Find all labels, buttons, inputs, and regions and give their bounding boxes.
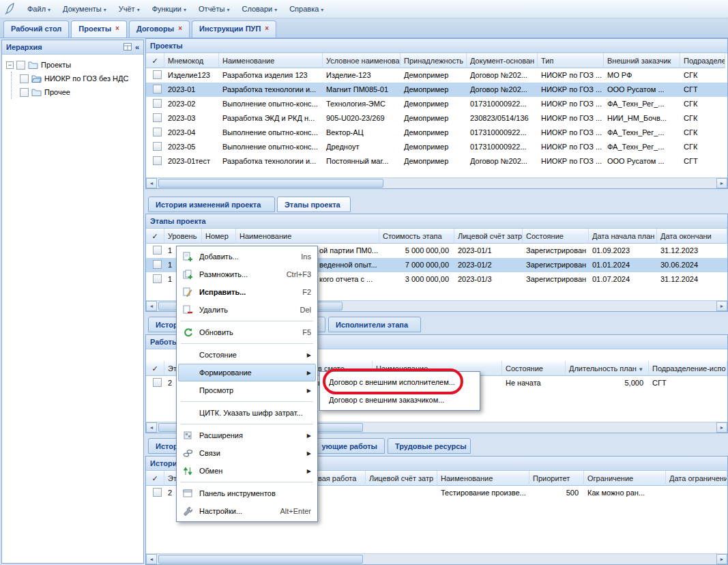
menu-item-edit[interactable]: Исправить... F2 — [178, 283, 316, 301]
grid-column-header[interactable]: Дата ограничени — [666, 471, 727, 486]
menu-file[interactable]: Файл▾ — [21, 2, 57, 16]
grid-cell[interactable]: Дредноут — [323, 140, 401, 154]
grid-cell[interactable]: 01.07.2024 — [589, 272, 657, 287]
scroll-right-icon[interactable]: ► — [716, 178, 727, 188]
menu-item-links[interactable]: Связи ▶ — [178, 444, 316, 462]
grid-column-header[interactable]: Состояние — [523, 229, 589, 244]
row-checkbox[interactable] — [153, 274, 162, 283]
menu-reports[interactable]: Отчёты▾ — [192, 2, 235, 16]
menu-item-state[interactable]: Состояние ▶ — [178, 346, 316, 364]
grid-column-header[interactable]: Уровень — [164, 229, 202, 244]
grid-cell[interactable]: 7 000 000,00 — [379, 258, 454, 272]
grid-cell[interactable]: МО РФ — [604, 68, 680, 83]
scroll-right-icon[interactable]: ► — [716, 301, 727, 311]
grid-cell[interactable] — [146, 111, 164, 126]
grid-cell[interactable]: Демопример — [401, 83, 467, 97]
scroll-right-icon[interactable]: ► — [716, 554, 727, 564]
submenu-item-contract-external-executor[interactable]: Договор с внешним исполнителем... — [321, 373, 478, 391]
grid-cell[interactable]: НИОКР по ГОЗ ... — [538, 97, 604, 111]
grid-cell[interactable] — [146, 486, 164, 500]
grid-cell[interactable]: ООО Русатом ... — [604, 83, 680, 97]
row-checkbox[interactable] — [153, 70, 162, 79]
grid-column-header[interactable]: Документ-основан — [467, 53, 538, 68]
grid-column-header[interactable]: Длительность план ▼ — [566, 361, 649, 376]
grid-cell[interactable]: Демопример — [401, 111, 467, 126]
grid-cell[interactable]: СГК — [680, 126, 725, 140]
menu-item-refresh[interactable]: Обновить F5 — [178, 323, 316, 341]
grid-column-header[interactable]: Принадлежность — [401, 53, 467, 68]
grid-cell[interactable]: 017310000922... — [467, 140, 538, 154]
grid-cell[interactable]: 500 — [529, 486, 584, 500]
grid-cell[interactable]: Выполнение опытно-конс... — [219, 126, 323, 140]
grid-cell[interactable]: Демопример — [401, 126, 467, 140]
grid-cell[interactable]: Не начата — [502, 376, 566, 390]
row-checkbox[interactable] — [153, 142, 162, 151]
grid-cell[interactable]: Постоянный маг... — [323, 154, 401, 169]
grid-cell[interactable]: Изделие-123 — [323, 68, 401, 83]
row-checkbox[interactable] — [153, 99, 162, 108]
grid-cell[interactable]: 3 000 000,00 — [379, 272, 454, 287]
grid-cell[interactable] — [146, 126, 164, 140]
grid-cell[interactable]: НИОКР по ГОЗ ... — [538, 111, 604, 126]
grid-cell[interactable] — [146, 244, 164, 258]
row-checkbox[interactable] — [153, 156, 162, 165]
grid-cell[interactable]: 5 000 000,00 — [379, 244, 454, 258]
grid-cell[interactable]: ФА_Техн_Рег_... — [604, 126, 680, 140]
grid-cell[interactable]: 230823/0514/136 — [467, 111, 538, 126]
grid-cell[interactable]: 01.01.2024 — [589, 258, 657, 272]
grid-cell[interactable]: НИОКР по ГОЗ ... — [538, 154, 604, 169]
menu-item-delete[interactable]: Удалить Del — [178, 301, 316, 319]
tree-node-checkbox[interactable] — [16, 61, 25, 70]
scroll-left-icon[interactable]: ◄ — [146, 422, 157, 433]
grid-column-header[interactable]: Приоритет — [529, 471, 584, 486]
grid-column-header[interactable]: Номер — [202, 229, 236, 244]
grid-column-header[interactable]: Ограничение — [584, 471, 666, 486]
grid-row[interactable]: 2023-03Разработка ЭКД и РКД н...905-U020… — [146, 111, 727, 126]
grid-column-header[interactable]: Дата окончани — [657, 229, 727, 244]
grid-cell[interactable]: Договор №202... — [467, 154, 538, 169]
menu-item-formation[interactable]: Формирование ▶ — [178, 364, 316, 381]
grid-cell[interactable]: ФА_Техн_Рег_... — [604, 97, 680, 111]
grid-cell[interactable]: 2023-01/1 — [454, 244, 523, 258]
grid-cell[interactable]: 2023-01тест — [164, 154, 219, 169]
grid-cell[interactable]: Изделие123 — [164, 68, 219, 83]
grid-cell[interactable]: ООО Русатом ... — [604, 154, 680, 169]
tab-project-stages[interactable]: Этапы проекта — [277, 197, 351, 212]
scroll-left-icon[interactable]: ◄ — [146, 554, 157, 564]
grid-cell[interactable]: СГК — [680, 97, 725, 111]
grid-cell[interactable]: Вектор-АЦ — [323, 126, 401, 140]
grid-cell[interactable]: СГК — [680, 111, 725, 126]
tab-stage-executors[interactable]: Исполнители этапа — [328, 317, 421, 332]
grid-cell[interactable]: Демопример — [401, 140, 467, 154]
tree-node-checkbox[interactable] — [20, 74, 29, 83]
menu-dictionaries[interactable]: Словари▾ — [235, 2, 283, 16]
grid-cell[interactable]: Разработка изделия 123 — [219, 68, 323, 83]
grid-cell[interactable]: 017310000922... — [467, 97, 538, 111]
row-checkbox[interactable] — [153, 378, 162, 387]
grid-column-header[interactable]: Условное наименова — [323, 53, 401, 68]
grid-cell[interactable] — [146, 154, 164, 169]
grid-column-header[interactable]: Наименование — [236, 229, 379, 244]
grid-cell[interactable]: 2023-04 — [164, 126, 219, 140]
grid-cell[interactable]: Демопример — [401, 68, 467, 83]
row-checkbox[interactable] — [153, 246, 162, 255]
grid-cell[interactable]: Зарегистрирован — [523, 258, 589, 272]
menu-item-duplicate[interactable]: Размножить... Ctrl+F3 — [178, 265, 316, 283]
tab-instructions[interactable]: Инструкции ПУП× — [192, 20, 276, 38]
grid-cell[interactable] — [366, 486, 437, 500]
grid-column-header[interactable]: Дата начала план — [589, 229, 657, 244]
row-checkbox[interactable] — [153, 128, 162, 136]
grid-cell[interactable]: Демопример — [401, 154, 467, 169]
grid-cell[interactable]: СГК — [680, 68, 725, 83]
grid-cell[interactable]: 30.06.2024 — [657, 258, 727, 272]
grid-row[interactable]: Изделие123Разработка изделия 123Изделие-… — [146, 68, 727, 83]
grid-cell[interactable] — [146, 83, 164, 97]
grid-column-header[interactable]: Стоимость этапа — [379, 229, 454, 244]
grid-cell[interactable]: 905-U020-23/269 — [323, 111, 401, 126]
submenu-item-contract-external-customer[interactable]: Договор с внешним заказчиком... — [321, 391, 478, 409]
grid-cell[interactable]: НИОКР по ГОЗ ... — [538, 68, 604, 83]
close-tab-icon[interactable]: × — [115, 25, 119, 38]
grid-cell[interactable]: 01.09.2023 — [589, 244, 657, 258]
row-checkbox[interactable] — [153, 113, 162, 122]
grid-cell[interactable] — [666, 486, 727, 500]
